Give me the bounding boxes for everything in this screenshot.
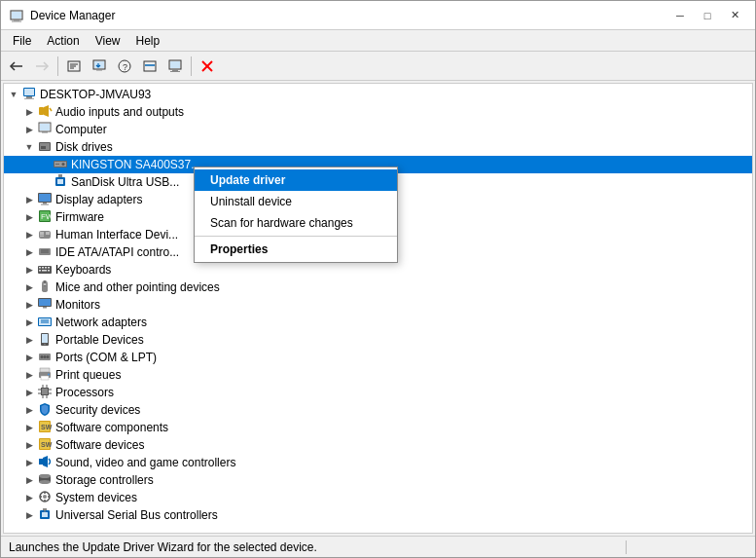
tb-computer-button[interactable] <box>163 56 187 77</box>
svg-line-30 <box>50 108 52 111</box>
expand-btn-softcomp[interactable]: ▶ <box>23 422 35 433</box>
expand-btn-hid[interactable]: ▶ <box>23 229 35 241</box>
tree-item-monitors[interactable]: ▶Monitors <box>4 296 752 314</box>
tree-item-proc[interactable]: ▶Processors <box>4 384 752 401</box>
tree-label-ide: IDE ATA/ATAPI contro... <box>55 245 179 259</box>
tree-label-portable: Portable Devices <box>55 333 144 347</box>
expand-btn-root[interactable]: ▼ <box>8 89 19 100</box>
ctx-properties[interactable]: Properties <box>195 239 397 260</box>
tree-item-disk[interactable]: ▼Disk drives <box>4 138 752 156</box>
tree-label-storage: Storage controllers <box>55 473 154 487</box>
svg-rect-65 <box>48 270 50 272</box>
tree-item-root[interactable]: ▼DESKTOP-JMVAU93 <box>4 86 752 103</box>
tb-scan-button[interactable] <box>138 56 162 77</box>
title-bar: Device Manager ─ □ ✕ <box>1 1 755 30</box>
tree-label-softdev: Software devices <box>55 438 144 452</box>
expand-btn-disk[interactable]: ▼ <box>23 141 35 153</box>
tree-item-portable[interactable]: ▶Portable Devices <box>4 331 752 349</box>
tree-item-computer[interactable]: ▶Computer <box>4 121 752 138</box>
tree-item-system[interactable]: ▶System devices <box>4 489 752 506</box>
tree-icon-root <box>21 87 37 102</box>
svg-rect-115 <box>42 512 48 517</box>
svg-rect-62 <box>48 267 50 269</box>
expand-btn-system[interactable]: ▶ <box>23 492 35 503</box>
tb-update-driver-button[interactable] <box>88 56 111 77</box>
ctx-separator <box>195 236 397 237</box>
expand-btn-audio[interactable]: ▶ <box>23 106 35 118</box>
tree-item-mice[interactable]: ▶Mice and other pointing devices <box>4 279 752 296</box>
tree-item-keyboards[interactable]: ▶Keyboards <box>4 261 752 279</box>
tree-label-monitors: Monitors <box>55 298 100 312</box>
tree-icon-disk <box>37 139 53 155</box>
tree-item-security[interactable]: ▶Security devices <box>4 401 752 419</box>
expand-btn-mice[interactable]: ▶ <box>23 281 35 293</box>
tree-label-mice: Mice and other pointing devices <box>55 280 220 294</box>
window-icon <box>9 8 24 23</box>
tree-item-storage[interactable]: ▶Storage controllers <box>4 471 752 489</box>
menu-view[interactable]: View <box>88 32 128 50</box>
tree-label-audio: Audio inputs and outputs <box>55 105 184 119</box>
ctx-scan-hardware[interactable]: Scan for hardware changes <box>195 212 397 234</box>
svg-rect-20 <box>172 69 178 71</box>
svg-rect-64 <box>42 270 47 272</box>
menu-help[interactable]: Help <box>128 32 168 50</box>
tree-item-softdev[interactable]: ▶SWSoftware devices <box>4 436 752 454</box>
tree-icon-audio <box>37 104 53 120</box>
tree-icon-security <box>37 402 53 418</box>
close-button[interactable]: ✕ <box>722 6 747 25</box>
svg-text:?: ? <box>123 62 127 72</box>
tree-icon-softdev: SW <box>37 437 53 453</box>
expand-btn-storage[interactable]: ▶ <box>23 474 35 486</box>
tree-item-network[interactable]: ▶Network adapters <box>4 314 752 331</box>
expand-btn-print[interactable]: ▶ <box>23 369 35 381</box>
tree-icon-storage <box>37 472 53 488</box>
expand-btn-ports[interactable]: ▶ <box>23 352 35 363</box>
tree-view[interactable]: ▼DESKTOP-JMVAU93▶Audio inputs and output… <box>4 84 752 533</box>
expand-btn-sandisk[interactable] <box>39 176 51 188</box>
tree-item-ports[interactable]: ▶Ports (COM & LPT) <box>4 349 752 366</box>
tb-help-button[interactable]: ? <box>113 56 136 77</box>
tree-item-sound[interactable]: ▶Sound, video and game controllers <box>4 454 752 471</box>
expand-btn-sound[interactable]: ▶ <box>23 457 35 468</box>
status-divider <box>626 540 627 554</box>
tree-label-display: Display adapters <box>55 193 142 206</box>
tb-back-button[interactable] <box>5 56 28 77</box>
svg-rect-47 <box>41 204 49 205</box>
expand-btn-ide[interactable]: ▶ <box>23 246 35 258</box>
ctx-update-driver[interactable]: Update driver <box>195 169 397 191</box>
svg-rect-46 <box>43 203 47 205</box>
expand-btn-keyboards[interactable]: ▶ <box>23 264 35 276</box>
expand-btn-network[interactable]: ▶ <box>23 316 35 328</box>
tree-item-usb[interactable]: ▶Universal Serial Bus controllers <box>4 506 752 524</box>
minimize-button[interactable]: ─ <box>667 6 693 25</box>
maximize-button[interactable]: □ <box>695 6 720 25</box>
svg-point-109 <box>43 495 47 499</box>
tree-icon-proc <box>37 385 53 400</box>
expand-btn-firmware[interactable]: ▶ <box>23 211 35 223</box>
expand-btn-proc[interactable]: ▶ <box>23 387 35 398</box>
expand-btn-monitors[interactable]: ▶ <box>23 299 35 311</box>
svg-rect-12 <box>96 69 102 71</box>
tree-label-keyboards: Keyboards <box>55 263 111 277</box>
menu-file[interactable]: File <box>5 32 39 50</box>
svg-rect-84 <box>41 376 49 380</box>
expand-btn-display[interactable]: ▶ <box>23 194 35 205</box>
tree-label-network: Network adapters <box>55 316 147 329</box>
tb-forward-button[interactable] <box>30 56 54 77</box>
expand-btn-softdev[interactable]: ▶ <box>23 439 35 451</box>
tree-item-print[interactable]: ▶Print queues <box>4 366 752 384</box>
svg-rect-116 <box>43 508 47 510</box>
expand-btn-usb[interactable]: ▶ <box>23 509 35 521</box>
expand-btn-portable[interactable]: ▶ <box>23 334 35 346</box>
tb-delete-button[interactable] <box>196 56 219 77</box>
menu-action[interactable]: Action <box>39 32 87 50</box>
tb-properties-button[interactable] <box>62 56 86 77</box>
expand-btn-security[interactable]: ▶ <box>23 404 35 416</box>
svg-point-79 <box>41 355 44 358</box>
expand-btn-kingston[interactable] <box>39 159 51 170</box>
tree-label-computer: Computer <box>55 123 107 136</box>
expand-btn-computer[interactable]: ▶ <box>23 124 35 135</box>
tree-item-audio[interactable]: ▶Audio inputs and outputs <box>4 103 752 121</box>
tree-item-softcomp[interactable]: ▶SWSoftware components <box>4 419 752 436</box>
ctx-uninstall-device[interactable]: Uninstall device <box>195 191 397 212</box>
